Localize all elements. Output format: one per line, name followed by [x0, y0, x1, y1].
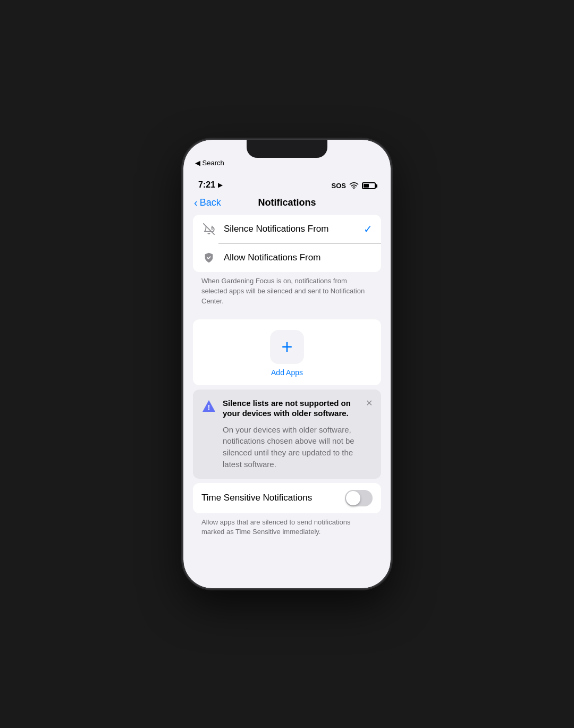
time-sensitive-section: Time Sensitive Notifications Allow apps …: [193, 483, 381, 548]
shield-icon: [203, 252, 215, 264]
notification-options-section: Silence Notifications From ✓ Allow Notif…: [193, 215, 381, 315]
sos-label: SOS: [332, 182, 346, 190]
time-sensitive-toggle[interactable]: [345, 490, 373, 506]
add-apps-label: Add Apps: [271, 368, 303, 377]
time-sensitive-footer: Allow apps that are silenced to send not…: [193, 513, 381, 548]
screen: 7:21 ▶ SOS: [183, 140, 391, 588]
warning-body: On your devices with older software, not…: [223, 424, 373, 470]
silence-checkmark-icon: ✓: [364, 223, 373, 235]
status-time: 7:21 ▶: [198, 180, 222, 190]
silence-notifications-row[interactable]: Silence Notifications From ✓: [193, 215, 381, 243]
back-button[interactable]: ‹ Back: [194, 197, 221, 209]
search-back-text: ◀ Search: [195, 159, 224, 167]
add-apps-icon-box: +: [270, 330, 304, 364]
location-arrow-icon: ▶: [218, 182, 222, 189]
back-chevron-icon: ‹: [194, 197, 198, 209]
bell-slash-icon-container: [201, 222, 216, 236]
svg-line-0: [204, 224, 214, 234]
time-display: 7:21: [198, 180, 215, 190]
time-sensitive-row[interactable]: Time Sensitive Notifications: [193, 483, 381, 513]
toggle-knob: [346, 491, 360, 505]
shield-icon-container: [201, 250, 216, 265]
add-apps-section: + Add Apps: [193, 319, 381, 385]
page-title: Notifications: [258, 197, 316, 208]
svg-text:!: !: [208, 403, 210, 412]
status-right: SOS: [332, 182, 376, 190]
warning-banner: ! Silence lists are not supported on you…: [193, 390, 381, 479]
add-apps-button[interactable]: + Add Apps: [201, 330, 373, 377]
warning-close-button[interactable]: ✕: [366, 398, 373, 408]
allow-notifications-label: Allow Notifications From: [224, 252, 373, 263]
status-bar: 7:21 ▶ SOS: [183, 166, 391, 193]
back-label: Back: [200, 197, 221, 208]
allow-notifications-row[interactable]: Allow Notifications From: [193, 243, 381, 272]
battery-icon: [362, 182, 376, 189]
bell-slash-icon: [203, 223, 215, 235]
phone-frame: 7:21 ▶ SOS: [183, 140, 391, 588]
silence-notifications-label: Silence Notifications From: [224, 224, 364, 234]
warning-triangle-icon: !: [201, 399, 216, 413]
notification-options-table: Silence Notifications From ✓ Allow Notif…: [193, 215, 381, 272]
warning-title: Silence lists are not supported on your …: [223, 398, 355, 419]
notification-options-footer: When Gardening Focus is on, notification…: [193, 272, 381, 315]
add-apps-plus-icon: +: [281, 337, 292, 357]
warning-header: ! Silence lists are not supported on you…: [201, 398, 373, 419]
nav-bar: ‹ Back Notifications: [183, 193, 391, 215]
time-sensitive-label: Time Sensitive Notifications: [201, 493, 312, 503]
add-apps-container: + Add Apps: [193, 319, 381, 385]
notch: [247, 140, 327, 158]
search-back-label[interactable]: ◀ Search: [195, 159, 224, 167]
content-area: 7:21 ▶ SOS: [183, 140, 391, 588]
wifi-icon: [349, 182, 359, 189]
